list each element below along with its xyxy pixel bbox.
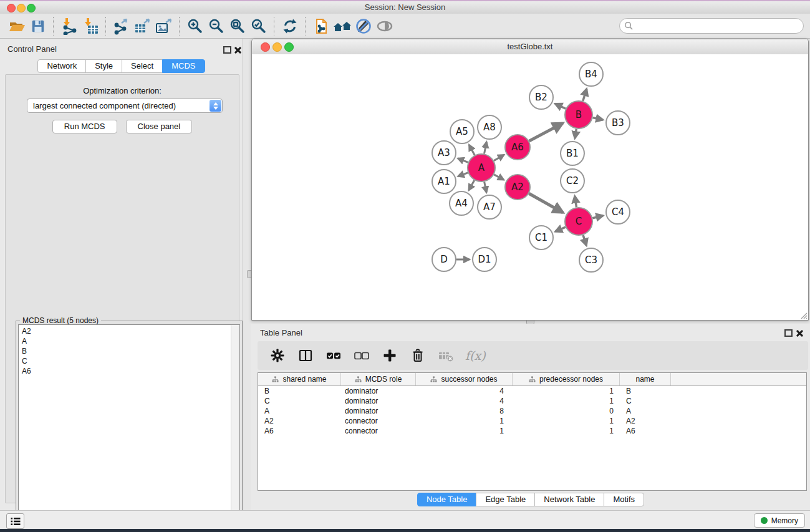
graph-edge-C-C4[interactable] [592, 216, 603, 218]
dropdown-stepper-icon[interactable] [210, 100, 221, 112]
unselect-all-columns-button[interactable] [353, 347, 370, 364]
zoom-out-button[interactable] [206, 16, 227, 37]
graph-edge-C-C2[interactable] [575, 196, 577, 207]
tab-network-table[interactable]: Network Table [534, 493, 604, 506]
graph-node-B4[interactable]: B4 [579, 62, 603, 86]
run-mcds-button[interactable]: Run MCDS [52, 120, 117, 133]
close-panel-button[interactable]: Close panel [126, 120, 193, 133]
network-window-titlebar[interactable]: testGlobe.txt [252, 39, 808, 55]
column-header-predecessor-nodes[interactable]: predecessor nodes [513, 373, 620, 385]
hide-graphics-details-button[interactable] [353, 16, 374, 37]
select-all-columns-button[interactable] [325, 347, 342, 364]
delete-table-button[interactable] [437, 347, 455, 364]
tab-edge-table[interactable]: Edge Table [476, 493, 535, 506]
open-browser-home-button[interactable] [332, 16, 353, 37]
graph-node-D1[interactable]: D1 [473, 248, 496, 271]
delete-columns-button[interactable] [409, 347, 427, 364]
graph-node-C[interactable]: C [565, 208, 592, 235]
task-history-button[interactable] [6, 513, 24, 529]
mcds-result-item[interactable]: C [19, 356, 239, 366]
export-network-button[interactable] [111, 16, 132, 37]
float-panel-icon[interactable] [784, 329, 793, 337]
graph-edge-B-B1[interactable] [575, 129, 576, 138]
mcds-result-item[interactable]: A [19, 336, 239, 346]
export-table-button[interactable] [132, 16, 153, 37]
mcds-result-list[interactable]: A2 A B C A6 [18, 324, 240, 532]
graph-edge-A-A5[interactable] [469, 145, 475, 155]
mcds-result-item[interactable]: B [19, 346, 239, 356]
graph-node-A[interactable]: A [468, 154, 495, 181]
network-canvas[interactable]: AA1A2A3A4A5A6A7A8BB1B2B3B4CC1C2C3C4DD1 [252, 54, 808, 320]
graph-edge-A6-B[interactable] [529, 123, 563, 142]
table-row[interactable]: A6 connector 1 1 A6 [258, 426, 806, 436]
graph-node-A8[interactable]: A8 [478, 115, 501, 139]
table-row[interactable]: C dominator 4 1 C [258, 396, 806, 406]
graph-node-A5[interactable]: A5 [450, 120, 474, 143]
share-document-button[interactable] [311, 16, 332, 37]
graph-edge-A-A2[interactable] [494, 175, 504, 180]
column-header-mcds-role[interactable]: MCDS role [341, 373, 416, 385]
search-input[interactable] [619, 18, 804, 34]
table-settings-button[interactable] [269, 347, 286, 364]
graph-edge-A-A7[interactable] [485, 182, 487, 193]
import-table-button[interactable] [80, 16, 101, 37]
graph-node-C1[interactable]: C1 [529, 226, 553, 249]
zoom-selected-button[interactable] [248, 16, 269, 37]
show-hide-eye-button[interactable] [374, 16, 395, 37]
import-network-button[interactable] [59, 16, 80, 37]
resize-grip-icon[interactable] [799, 311, 808, 319]
graph-edge-A-A1[interactable] [458, 173, 468, 177]
tab-mcds[interactable]: MCDS [162, 59, 205, 73]
float-panel-icon[interactable] [223, 46, 231, 54]
column-preferences-button[interactable] [297, 347, 314, 364]
graph-edge-C-C1[interactable] [555, 227, 565, 231]
graph-edge-C-C3[interactable] [583, 235, 586, 246]
table-row[interactable]: A2 connector 1 1 A2 [258, 416, 806, 426]
tab-node-table[interactable]: Node Table [417, 493, 477, 506]
tab-network[interactable]: Network [37, 59, 86, 73]
graph-edge-A-A6[interactable] [494, 155, 504, 160]
criterion-dropdown[interactable]: largest connected component (directed) [27, 99, 223, 113]
graph-edge-A-A8[interactable] [485, 142, 487, 154]
graph-edge-B-B3[interactable] [593, 118, 603, 120]
graph-node-A3[interactable]: A3 [432, 141, 456, 165]
tab-select[interactable]: Select [122, 59, 163, 73]
column-header-name[interactable]: name [620, 373, 671, 385]
scrollbar-track[interactable] [231, 325, 239, 532]
graph-node-A6[interactable]: A6 [505, 135, 530, 160]
table-row[interactable]: A dominator 8 0 A [258, 406, 806, 416]
close-panel-icon[interactable] [796, 329, 803, 337]
save-session-button[interactable] [27, 16, 49, 37]
export-image-button[interactable] [153, 16, 175, 37]
graph-edge-A-A3[interactable] [458, 158, 468, 163]
open-session-button[interactable] [6, 16, 27, 37]
graph-node-B3[interactable]: B3 [606, 111, 630, 135]
function-builder-button[interactable]: f(x) [465, 349, 486, 362]
column-header-successor-nodes[interactable]: successor nodes [416, 373, 513, 385]
column-header-shared-name[interactable]: shared name [258, 373, 341, 385]
graph-edge-A-A4[interactable] [469, 180, 475, 190]
tab-motifs[interactable]: Motifs [604, 493, 644, 506]
graph-node-A7[interactable]: A7 [478, 195, 501, 219]
refresh-button[interactable] [279, 16, 301, 37]
graph-edge-B-B2[interactable] [555, 104, 566, 109]
graph-node-B2[interactable]: B2 [529, 85, 553, 109]
zoom-fit-button[interactable] [227, 16, 248, 37]
graph-node-B[interactable]: B [565, 101, 592, 128]
mcds-result-item[interactable]: A2 [19, 325, 239, 336]
add-column-button[interactable] [381, 347, 398, 364]
graph-node-C4[interactable]: C4 [606, 200, 630, 224]
graph-node-B1[interactable]: B1 [561, 142, 584, 165]
zoom-in-button[interactable] [185, 16, 206, 37]
memory-button[interactable]: Memory [754, 513, 805, 528]
close-panel-icon[interactable] [234, 46, 241, 54]
graph-edge-A2-C[interactable] [529, 193, 562, 213]
graph-node-D[interactable]: D [432, 248, 456, 271]
mcds-result-item[interactable]: A6 [19, 366, 239, 376]
node-table[interactable]: shared name MCDS role successor nodes pr… [258, 372, 807, 491]
graph-node-C3[interactable]: C3 [579, 248, 603, 272]
graph-node-A2[interactable]: A2 [505, 175, 530, 200]
graph-node-A1[interactable]: A1 [432, 170, 456, 193]
graph-edge-B-B4[interactable] [583, 89, 587, 101]
graph-node-A4[interactable]: A4 [450, 191, 473, 215]
